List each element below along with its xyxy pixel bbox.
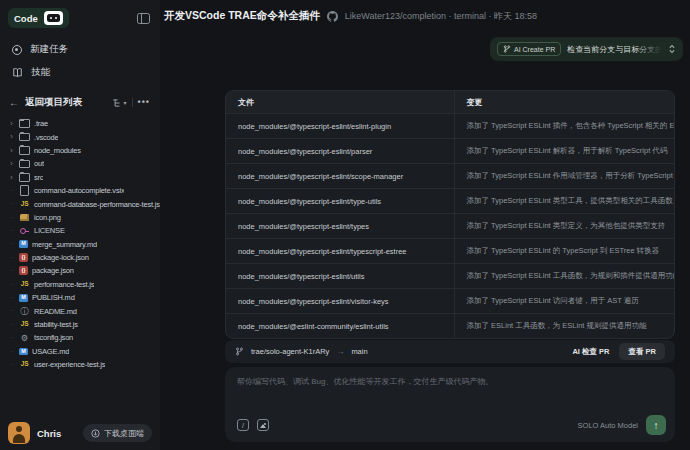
download-label: 下载桌面端 — [104, 428, 144, 439]
tree-item-label: command-database-performance-test.js — [34, 200, 160, 209]
tree-bullet: · — [8, 200, 15, 208]
collapse-chevron-icon[interactable] — [668, 44, 676, 54]
ai-check-pr-button[interactable]: AI 检查 PR — [572, 347, 609, 357]
new-task-icon — [12, 45, 22, 55]
chevron-right-icon[interactable]: › — [8, 147, 15, 155]
arrow-right-icon: → — [336, 347, 344, 356]
composer-toolbar: / SOLO Auto Model ↑ — [237, 415, 666, 435]
tree-item[interactable]: ›src — [8, 171, 160, 184]
change-cell: 添加了 TypeScript ESLint 的 TypeScript 到 EST… — [454, 246, 674, 256]
download-icon — [91, 429, 100, 438]
file-tree: ›.trae›.vscode›node_modules›out›src·comm… — [0, 109, 160, 371]
tree-item[interactable]: ·{}package.json — [8, 264, 160, 277]
sidebar: Code 新建任务 技能 ← 返回项目列表 — [0, 0, 160, 450]
back-arrow-icon[interactable]: ← — [9, 97, 19, 108]
prompt-input[interactable] — [237, 376, 663, 412]
send-arrow-icon: ↑ — [653, 420, 659, 431]
tree-item[interactable]: ·JSuser-experience-test.js — [8, 358, 160, 371]
tree-bullet: · — [8, 321, 15, 329]
tree-bullet: · — [8, 361, 15, 369]
repo-meta: LikeWater123/completion · terminal · 昨天 … — [345, 10, 537, 23]
send-button[interactable]: ↑ — [646, 415, 666, 435]
avatar[interactable] — [8, 422, 30, 444]
tree-item[interactable]: ›node_modules — [8, 144, 160, 157]
tree-item[interactable]: ›out — [8, 157, 160, 170]
tree-item[interactable]: ·command-autocomplete.vsix — [8, 184, 160, 197]
tree-item[interactable]: ·ⓘREADME.md — [8, 304, 160, 317]
change-cell: 添加了 TypeScript ESLint 插件，包含各种 TypeScript… — [454, 121, 674, 131]
chevron-right-icon[interactable]: › — [8, 160, 15, 168]
tree-item-label: merge_summary.md — [32, 240, 97, 249]
slash-command-icon[interactable]: / — [237, 419, 249, 431]
view-pr-button[interactable]: 查看 PR — [619, 343, 665, 360]
target-branch: main — [351, 347, 367, 356]
ai-create-pr-banner[interactable]: AI Create PR 检查当前分支与目标分支的差异 — [490, 37, 683, 61]
table-row[interactable]: node_modules/@typescript-eslint/type-uti… — [226, 188, 674, 213]
source-branch: trae/solo-agent-K1rARy — [251, 347, 329, 356]
ai-create-pr-badge: AI Create PR — [497, 42, 561, 56]
sidebar-item-new-task[interactable]: 新建任务 — [8, 38, 152, 61]
chevron-right-icon[interactable]: › — [8, 120, 15, 128]
img-icon — [19, 212, 30, 223]
model-selector[interactable]: SOLO Auto Model — [578, 421, 638, 430]
chevron-right-icon[interactable]: › — [8, 133, 15, 141]
tree-item[interactable]: ·MUSAGE.md — [8, 345, 160, 358]
panel-toggle-icon[interactable] — [137, 13, 150, 24]
folder-icon — [19, 118, 30, 129]
change-cell: 添加了 TypeScript ESLint 作用域管理器，用于分析 TypeSc… — [454, 171, 674, 181]
user-name: Chris — [37, 428, 61, 439]
tree-item[interactable]: ·JSperformance-test.js — [8, 278, 160, 291]
file-cell: node_modules/@typescript-eslint/eslint-p… — [226, 122, 454, 131]
tree-view-icon[interactable]: ▾ — [112, 98, 127, 108]
js-icon: JS — [19, 279, 30, 290]
md-icon: M — [19, 294, 28, 302]
back-to-projects-label[interactable]: 返回项目列表 — [25, 96, 82, 109]
chevron-right-icon[interactable]: › — [8, 174, 15, 182]
table-row[interactable]: node_modules/@typescript-eslint/visitor-… — [226, 288, 674, 313]
download-desktop-button[interactable]: 下载桌面端 — [83, 424, 152, 442]
nav-label: 技能 — [31, 66, 50, 79]
table-row[interactable]: node_modules/@typescript-eslint/scope-ma… — [226, 163, 674, 188]
change-cell: 添加了 TypeScript ESLint 类型工具，提供类型相关的工具函数 — [454, 196, 674, 206]
file-cell: node_modules/@typescript-eslint/visitor-… — [226, 297, 454, 306]
tree-item-label: icon.png — [34, 213, 61, 222]
tree-item[interactable]: ›.vscode — [8, 130, 160, 143]
change-cell: 添加了 ESLint 工具函数，为 ESLint 规则提供通用功能 — [454, 321, 674, 331]
tree-item-label: .trae — [34, 119, 48, 128]
tree-item[interactable]: ·⚙tsconfig.json — [8, 331, 160, 344]
tree-bullet: · — [8, 307, 15, 315]
tree-item[interactable]: ·LICENSE — [8, 224, 160, 237]
image-upload-icon[interactable] — [257, 419, 269, 431]
git-branch-icon — [503, 45, 511, 53]
tree-bullet: · — [8, 227, 15, 235]
tree-item[interactable]: ·{}package-lock.json — [8, 251, 160, 264]
git-branch-icon — [235, 347, 244, 356]
sidebar-item-skills[interactable]: 技能 — [8, 61, 152, 84]
tree-item[interactable]: ·JSstability-test.js — [8, 318, 160, 331]
tree-bullet: · — [8, 294, 15, 302]
key-icon — [19, 225, 30, 236]
tree-item-label: package-lock.json — [32, 253, 89, 262]
table-row[interactable]: node_modules/@eslint-community/eslint-ut… — [226, 313, 674, 338]
tree-item[interactable]: ›.trae — [8, 117, 160, 130]
change-cell: 添加了 TypeScript ESLint 解析器，用于解析 TypeScrip… — [454, 146, 674, 156]
table-row[interactable]: node_modules/@typescript-eslint/types添加了… — [226, 213, 674, 238]
tree-item[interactable]: ·Mmerge_summary.md — [8, 238, 160, 251]
table-row[interactable]: node_modules/@typescript-eslint/typescri… — [226, 238, 674, 263]
tree-item[interactable]: ·JScommand-database-performance-test.js — [8, 197, 160, 210]
md-icon: M — [19, 348, 28, 356]
column-header-change: 变更 — [454, 97, 674, 108]
tree-item[interactable]: ·MPUBLISH.md — [8, 291, 160, 304]
gear-icon: ⚙ — [19, 332, 30, 343]
app-window: Code 新建任务 技能 ← 返回项目列表 — [0, 0, 690, 450]
tree-bullet: · — [8, 348, 15, 356]
js-icon: JS — [19, 359, 30, 370]
folder-icon — [19, 145, 30, 156]
table-row[interactable]: node_modules/@typescript-eslint/parser添加… — [226, 138, 674, 163]
table-row[interactable]: node_modules/@typescript-eslint/utils添加了… — [226, 263, 674, 288]
more-options-icon[interactable]: ••• — [138, 98, 150, 107]
composer: / SOLO Auto Model ↑ — [225, 367, 675, 442]
table-row[interactable]: node_modules/@typescript-eslint/eslint-p… — [226, 113, 674, 138]
user-row: Chris 下载桌面端 — [0, 416, 160, 450]
tree-item[interactable]: ·icon.png — [8, 211, 160, 224]
